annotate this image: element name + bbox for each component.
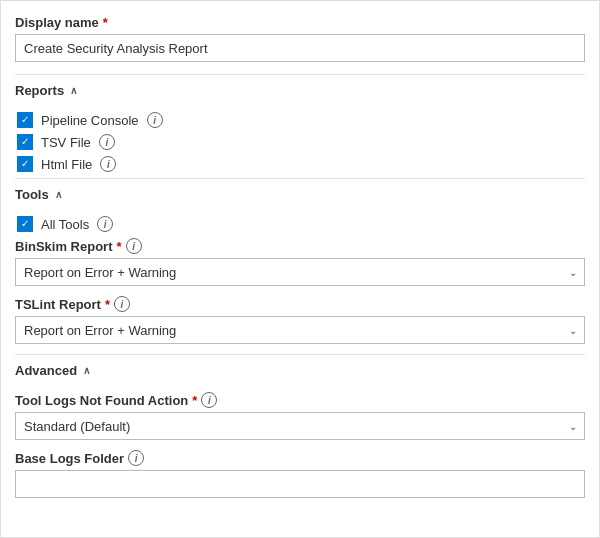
advanced-section-label: Advanced [15,363,77,378]
binskim-dropdown-wrapper: Report on Error + Warning Report on Erro… [15,258,585,286]
tools-section-header[interactable]: Tools ∧ [15,178,585,210]
tsv-file-row: ✓ TSV File i [15,134,585,150]
all-tools-info-icon[interactable]: i [97,216,113,232]
reports-section-label: Reports [15,83,64,98]
base-logs-folder-label-text: Base Logs Folder [15,451,124,466]
binskim-report-label: BinSkim Report * i [15,238,585,254]
html-file-info-icon[interactable]: i [100,156,116,172]
tslint-report-group: TSLint Report * i Report on Error + Warn… [15,296,585,344]
html-file-row: ✓ Html File i [15,156,585,172]
display-name-input[interactable] [15,34,585,62]
binskim-required: * [117,239,122,254]
base-logs-folder-info-icon[interactable]: i [128,450,144,466]
tool-logs-label-text: Tool Logs Not Found Action [15,393,188,408]
pipeline-console-info-icon[interactable]: i [147,112,163,128]
tslint-dropdown-wrapper: Report on Error + Warning Report on Erro… [15,316,585,344]
tools-section-content: ✓ All Tools i BinSkim Report * i Report … [15,216,585,344]
tsv-file-info-icon[interactable]: i [99,134,115,150]
binskim-report-label-text: BinSkim Report [15,239,113,254]
reports-section-header[interactable]: Reports ∧ [15,74,585,106]
advanced-chevron-icon: ∧ [83,365,90,376]
tool-logs-required: * [192,393,197,408]
tools-section-label: Tools [15,187,49,202]
advanced-section-header[interactable]: Advanced ∧ [15,354,585,386]
tools-chevron-icon: ∧ [55,189,62,200]
tool-logs-group: Tool Logs Not Found Action * i Standard … [15,392,585,440]
reports-section-content: ✓ Pipeline Console i ✓ TSV File i ✓ Html… [15,112,585,172]
tslint-report-label-text: TSLint Report [15,297,101,312]
tool-logs-label: Tool Logs Not Found Action * i [15,392,585,408]
tslint-required: * [105,297,110,312]
reports-chevron-icon: ∧ [70,85,77,96]
binskim-dropdown[interactable]: Report on Error + Warning Report on Erro… [15,258,585,286]
binskim-info-icon[interactable]: i [126,238,142,254]
base-logs-folder-input[interactable] [15,470,585,498]
tsv-file-checkbox[interactable]: ✓ [17,134,33,150]
tool-logs-info-icon[interactable]: i [201,392,217,408]
tslint-info-icon[interactable]: i [114,296,130,312]
display-name-group: Display name * [15,15,585,62]
pipeline-console-checkbox[interactable]: ✓ [17,112,33,128]
advanced-section-content: Tool Logs Not Found Action * i Standard … [15,392,585,498]
tsv-file-checkmark: ✓ [21,137,29,147]
html-file-checkbox[interactable]: ✓ [17,156,33,172]
pipeline-console-row: ✓ Pipeline Console i [15,112,585,128]
all-tools-checkmark: ✓ [21,219,29,229]
display-name-label: Display name * [15,15,585,30]
html-file-checkmark: ✓ [21,159,29,169]
all-tools-checkbox[interactable]: ✓ [17,216,33,232]
tsv-file-label: TSV File [41,135,91,150]
display-name-label-text: Display name [15,15,99,30]
binskim-report-group: BinSkim Report * i Report on Error + War… [15,238,585,286]
form-container: Display name * Reports ∧ ✓ Pipeline Cons… [0,0,600,538]
pipeline-console-checkmark: ✓ [21,115,29,125]
pipeline-console-label: Pipeline Console [41,113,139,128]
html-file-label: Html File [41,157,92,172]
tslint-report-label: TSLint Report * i [15,296,585,312]
all-tools-label: All Tools [41,217,89,232]
base-logs-folder-label: Base Logs Folder i [15,450,585,466]
tslint-dropdown[interactable]: Report on Error + Warning Report on Erro… [15,316,585,344]
base-logs-folder-group: Base Logs Folder i [15,450,585,498]
tool-logs-dropdown-wrapper: Standard (Default) None Warning Error ⌄ [15,412,585,440]
all-tools-row: ✓ All Tools i [15,216,585,232]
display-name-required: * [103,15,108,30]
tool-logs-dropdown[interactable]: Standard (Default) None Warning Error [15,412,585,440]
